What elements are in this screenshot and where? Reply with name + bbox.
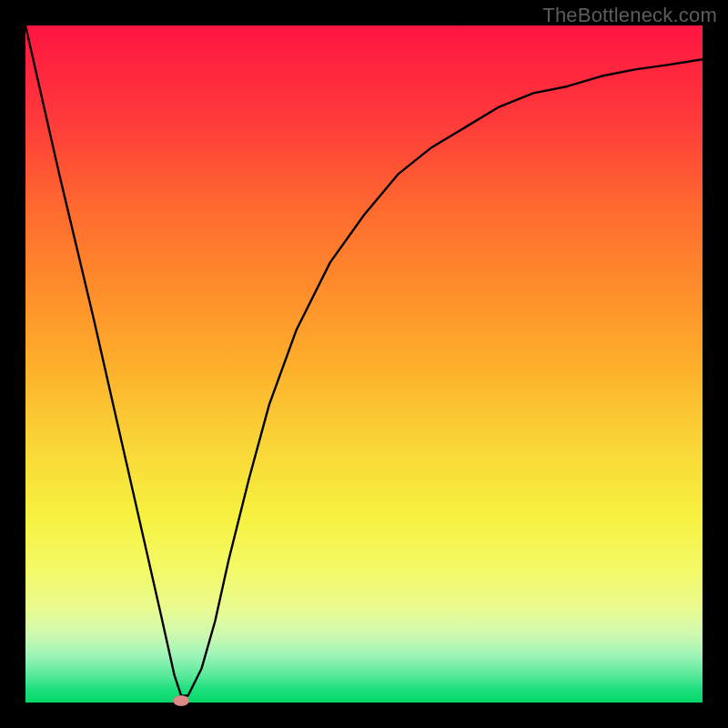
plot-area xyxy=(25,25,703,703)
chart-frame: TheBottleneck.com xyxy=(0,0,728,728)
watermark-text: TheBottleneck.com xyxy=(542,4,717,27)
bottleneck-curve xyxy=(25,25,703,703)
indicator-dot xyxy=(173,695,189,706)
